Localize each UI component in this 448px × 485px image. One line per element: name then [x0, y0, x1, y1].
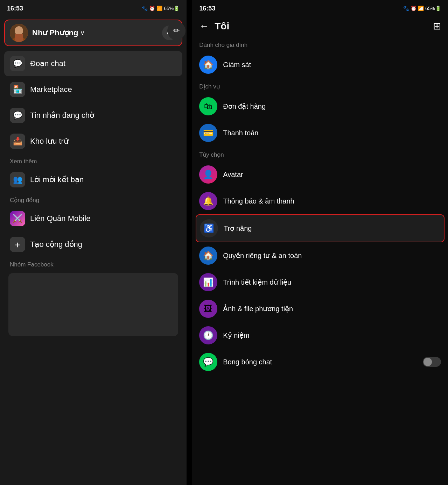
divider [187, 0, 192, 485]
menu-label-tao-cong-dong: Tạo cộng đồng [30, 240, 82, 249]
menu-item-tin-nhan[interactable]: 💬 Tin nhắn đang chờ [4, 103, 182, 128]
marketplace-icon: 🏪 [10, 82, 25, 97]
giam-sat-icon: 🏠 [199, 56, 217, 74]
bubble-icon: 💬 [199, 353, 217, 371]
bell-icon: 🔔 [199, 192, 217, 210]
right-menu-label-tro-nang: Trợ năng [224, 224, 252, 233]
menu-label-lien-quan: Liên Quân Mobile [30, 214, 90, 223]
right-menu-item-ky-niem[interactable]: 🕐 Kỷ niệm [199, 322, 441, 349]
memory-icon: 🕐 [199, 326, 217, 344]
right-page-title: Tôi [215, 21, 229, 32]
right-status-bar: 16:53 🐾 ⏰ 📶 65%🔋 [192, 0, 448, 17]
archive-icon: 📥 [10, 134, 25, 149]
menu-label-loi-moi: Lời mời kết bạn [30, 175, 84, 184]
right-menu-item-quyen-rieng-tu[interactable]: 🏠 Quyền riêng tư & an toàn [199, 242, 441, 269]
don-dat-hang-icon: 🛍 [199, 97, 217, 115]
menu-label-doan-chat: Đoạn chat [30, 59, 65, 68]
section-dich-vu: Dịch vụ [199, 78, 441, 93]
left-time: 16:53 [7, 5, 23, 12]
data-saver-icon: 📊 [199, 273, 217, 291]
menu-item-doan-chat[interactable]: 💬 Đoạn chat [4, 51, 182, 76]
menu-item-tao-cong-dong[interactable]: ＋ Tạo cộng đồng [4, 232, 182, 257]
left-menu-list: 💬 Đoạn chat 🏪 Marketplace 💬 Tin nhắn đan… [0, 49, 187, 341]
right-menu-item-anh-file[interactable]: 🖼 Ảnh & file phương tiện [199, 295, 441, 322]
right-header: ← Tôi ⊞ [192, 17, 448, 37]
right-menu-label-anh-file: Ảnh & file phương tiện [223, 305, 293, 313]
left-status-icons: 🐾 ⏰ 📶 65%🔋 [142, 6, 180, 11]
left-panel: 16:53 🐾 ⏰ 📶 65%🔋 Như Phượng ∨ ⚙ [0, 0, 187, 485]
lien-quan-icon: ⚔️ [10, 211, 25, 226]
qr-code-button[interactable]: ⊞ [433, 20, 441, 32]
right-menu-label-ky-niem: Kỷ niệm [223, 331, 249, 340]
left-status-bar: 16:53 🐾 ⏰ 📶 65%🔋 [0, 0, 187, 17]
accessibility-icon: ♿ [200, 219, 218, 237]
right-menu-item-thong-bao[interactable]: 🔔 Thông báo & âm thanh [199, 188, 441, 214]
chat-icon: 💬 [10, 56, 25, 71]
pencil-icon: ✏ [173, 26, 180, 35]
friend-request-icon: 👥 [10, 172, 25, 187]
thanh-toan-icon: 💳 [199, 124, 217, 142]
right-content: Dành cho gia đình 🏠 Giám sát Dịch vụ 🛍 Đ… [192, 37, 448, 485]
signal-icon: 📶 [156, 6, 162, 11]
section-nhom-facebook: Nhóm Facebook [4, 258, 182, 270]
media-icon: 🖼 [199, 300, 217, 318]
compose-button[interactable]: ✏ [167, 22, 186, 40]
add-community-icon: ＋ [10, 237, 25, 252]
chevron-down-icon: ∨ [80, 29, 85, 37]
menu-label-tin-nhan: Tin nhắn đang chờ [30, 111, 94, 120]
avatar-icon: 👤 [199, 165, 217, 184]
back-row: ← Tôi [199, 21, 229, 32]
menu-item-loi-moi[interactable]: 👥 Lời mời kết bạn [4, 167, 182, 192]
menu-item-marketplace[interactable]: 🏪 Marketplace [4, 77, 182, 102]
right-menu-item-thanh-toan[interactable]: 💳 Thanh toán [199, 120, 441, 146]
bubble-toggle[interactable] [423, 357, 441, 367]
pending-msg-icon: 💬 [10, 108, 25, 123]
profile-header[interactable]: Như Phượng ∨ ⚙ [4, 20, 182, 46]
profile-name: Như Phượng [32, 28, 78, 37]
right-battery-icon: 65%🔋 [425, 6, 441, 11]
menu-label-marketplace: Marketplace [30, 85, 72, 94]
menu-item-kho-luu-tru[interactable]: 📥 Kho lưu trữ [4, 129, 182, 154]
avatar [10, 24, 28, 42]
right-menu-item-don-dat-hang[interactable]: 🛍 Đơn đặt hàng [199, 93, 441, 120]
alarm-icon: ⏰ [149, 6, 155, 11]
right-menu-label-tiet-kiem-du-lieu: Trình tiết kiệm dữ liệu [223, 278, 291, 286]
section-tuy-chon: Tùy chọn [199, 146, 441, 161]
section-xem-them: Xem thêm [4, 155, 182, 166]
right-panel: 16:53 🐾 ⏰ 📶 65%🔋 ← Tôi ⊞ Dành cho gia đì… [192, 0, 448, 485]
menu-label-kho-luu-tru: Kho lưu trữ [30, 137, 69, 146]
right-alarm-icon: ⏰ [411, 6, 416, 11]
right-paw-icon: 🐾 [403, 6, 409, 11]
right-menu-label-bong-bong-chat: Bong bóng chat [223, 358, 272, 366]
paw-icon: 🐾 [142, 6, 148, 11]
section-gia-dinh: Dành cho gia đình [199, 37, 441, 51]
right-menu-label-giam-sat: Giám sát [223, 61, 251, 69]
svg-point-1 [15, 26, 23, 35]
right-menu-item-tro-nang[interactable]: ♿ Trợ năng [196, 214, 444, 242]
menu-item-lien-quan[interactable]: ⚔️ Liên Quân Mobile [4, 206, 182, 231]
groups-placeholder [8, 273, 178, 336]
right-time: 16:53 [199, 5, 215, 12]
right-menu-label-quyen-rieng-tu: Quyền riêng tư & an toàn [223, 251, 302, 260]
right-status-icons: 🐾 ⏰ 📶 65%🔋 [403, 6, 441, 11]
right-signal-icon: 📶 [418, 6, 424, 11]
right-menu-item-avatar[interactable]: 👤 Avatar [199, 161, 441, 188]
battery-icon: 65%🔋 [164, 6, 180, 11]
right-menu-label-thong-bao: Thông báo & âm thanh [223, 197, 294, 205]
profile-name-row: Như Phượng ∨ [32, 28, 158, 37]
right-menu-item-giam-sat[interactable]: 🏠 Giám sát [199, 51, 441, 78]
right-menu-label-thanh-toan: Thanh toán [223, 129, 258, 137]
right-menu-label-avatar: Avatar [223, 171, 243, 179]
privacy-icon: 🏠 [199, 247, 217, 265]
toggle-knob [424, 358, 432, 366]
svg-rect-3 [15, 34, 23, 42]
back-button[interactable]: ← [199, 21, 209, 32]
section-cong-dong: Cộng đồng [4, 193, 182, 205]
right-menu-item-tiet-kiem-du-lieu[interactable]: 📊 Trình tiết kiệm dữ liệu [199, 269, 441, 295]
right-menu-item-bong-bong-chat[interactable]: 💬 Bong bóng chat [199, 349, 441, 375]
right-menu-label-don-dat-hang: Đơn đặt hàng [223, 102, 266, 110]
